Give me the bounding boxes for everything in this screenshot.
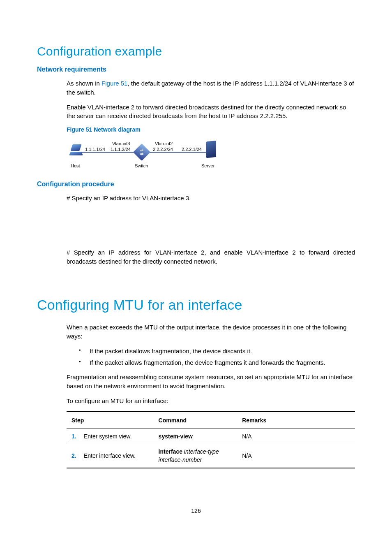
bullet-1: If the packet disallows fragmentation, t…: [67, 347, 355, 356]
label-server: Server: [201, 163, 214, 168]
cmd-bold: system-view: [159, 433, 193, 440]
link-line-right: [148, 152, 206, 153]
step-text: Enter system view.: [84, 433, 132, 440]
remarks-cell: N/A: [240, 444, 355, 468]
para-netreq-2: Enable VLAN-interface 2 to forward direc…: [67, 103, 355, 121]
switch-icon: ⇄⇄: [136, 146, 148, 158]
para-netreq-1: As shown in Figure 51, the default gatew…: [67, 79, 355, 97]
link-figure-51[interactable]: Figure 51: [101, 80, 127, 87]
label-vlan2: Vlan-int2: [155, 141, 173, 146]
step-text: Enter interface view.: [84, 452, 136, 459]
bullet-2: If the packet allows fragmentation, the …: [67, 358, 355, 367]
para-proc-2: # Specify an IP address for VLAN-interfa…: [67, 248, 355, 266]
remarks-cell: N/A: [240, 429, 355, 444]
label-host: Host: [71, 163, 80, 168]
table-header-row: Step Command Remarks: [67, 412, 355, 429]
step-number: 1.: [71, 432, 82, 440]
label-switch: Switch: [135, 163, 148, 168]
body-netreq: As shown in Figure 51, the default gatew…: [67, 79, 355, 121]
heading-configuration-example: Configuration example: [37, 44, 355, 58]
para-mtu-3: To configure an MTU for an interface:: [67, 396, 355, 406]
label-vlan2-ip: 2.2.2.2/24: [153, 147, 173, 152]
label-server-ip: 2.2.2.1/24: [182, 147, 202, 152]
th-remarks: Remarks: [240, 412, 355, 429]
network-diagram: 1.1.1.1/24 Vlan-int3 1.1.1.2/24 Vlan-int…: [67, 137, 223, 171]
page-number: 126: [0, 508, 392, 514]
heading-network-requirements: Network requirements: [37, 66, 355, 73]
table-row: 1. Enter system view. system-view N/A: [67, 429, 355, 444]
link-line-left: [81, 152, 136, 153]
steps-table: Step Command Remarks 1. Enter system vie…: [67, 411, 355, 468]
body-proc: # Specify an IP address for VLAN-interfa…: [67, 194, 355, 266]
figure-51: Figure 51 Network diagram 1.1.1.1/24 Vla…: [67, 126, 355, 171]
server-icon: [206, 141, 216, 158]
text: As shown in: [67, 80, 101, 87]
page: Configuration example Network requiremen…: [0, 0, 392, 533]
step-number: 2.: [71, 452, 82, 460]
figure-title: Figure 51 Network diagram: [67, 126, 355, 133]
cmd-bold: interface: [159, 448, 182, 455]
th-step: Step: [67, 412, 156, 429]
host-icon: [70, 144, 82, 157]
para-proc-1: # Specify an IP address for VLAN-interfa…: [67, 194, 355, 203]
table-row: 2. Enter interface view. interface inter…: [67, 444, 355, 468]
heading-configuration-procedure: Configuration procedure: [37, 181, 355, 188]
label-host-ip: 1.1.1.1/24: [85, 147, 105, 152]
th-command: Command: [156, 412, 240, 429]
heading-configuring-mtu: Configuring MTU for an interface: [37, 297, 355, 313]
para-mtu-1: When a packet exceeds the MTU of the out…: [67, 323, 355, 341]
bullet-list: If the packet disallows fragmentation, t…: [67, 347, 355, 367]
para-mtu-2: Fragmentation and reassembling consume s…: [67, 373, 355, 391]
body-mtu: When a packet exceeds the MTU of the out…: [67, 323, 355, 468]
label-vlan3: Vlan-int3: [112, 141, 130, 146]
label-vlan3-ip: 1.1.1.2/24: [111, 147, 131, 152]
